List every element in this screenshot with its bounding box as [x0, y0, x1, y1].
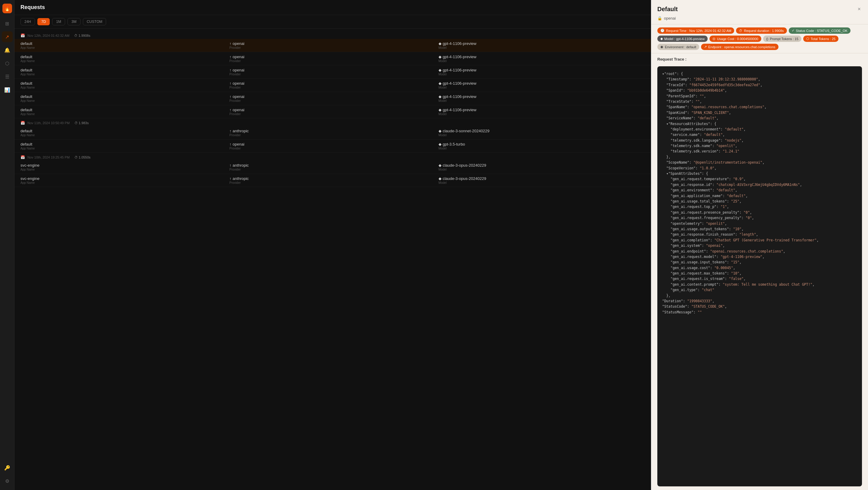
model-icon: ◆ [438, 142, 441, 147]
badge-icon: ⏱ [739, 29, 742, 33]
app-info: default App Name [21, 55, 227, 63]
model-info: ◆claude-3-opus-20240229 Model [438, 163, 645, 171]
sidebar-item-charts[interactable]: 📊 [2, 84, 13, 95]
badge-label: Request duration : 1.9908s [744, 29, 784, 33]
model-info: ◆claude-3-opus-20240229 Model [438, 176, 645, 184]
calendar-icon: 📅 [21, 33, 25, 38]
detail-badge: 🕐Request Time : Nov 12th, 2024 01:42:32 … [657, 27, 734, 34]
app-info: default App Name [21, 142, 227, 150]
detail-badge: ◉Environment : default [657, 44, 699, 50]
detail-header: Default × 🔒 openai [651, 0, 868, 24]
badge-label: Prompt Tokens : 15 [770, 37, 798, 41]
close-button[interactable]: × [856, 5, 862, 13]
page-title: Requests [21, 4, 45, 10]
app-label: App Name [21, 86, 227, 89]
provider-label: Provider [229, 73, 436, 76]
provider-name: ↑anthropic [229, 163, 436, 167]
model-icon: ◆ [438, 55, 441, 59]
sidebar-item-settings[interactable]: ⚙ [2, 476, 13, 486]
filter-7d[interactable]: 7D [37, 18, 50, 25]
request-item[interactable]: default App Name ↑anthropic Provider ◆cl… [14, 126, 651, 140]
request-item[interactable]: default App Name ↑openai Provider ◆gpt-4… [14, 65, 651, 79]
main-content: Requests 24H 7D 1M 3M CUSTOM 📅Nov 12th, … [14, 0, 651, 490]
provider-name: ↑openai [229, 81, 436, 86]
request-item[interactable]: svc-engine App Name ↑anthropic Provider … [14, 174, 651, 187]
calendar-icon: 📅 [21, 155, 25, 159]
app-name: default [21, 81, 227, 86]
app-info: svc-engine App Name [21, 176, 227, 184]
request-item[interactable]: default App Name ↑openai Provider ◆gpt-4… [14, 52, 651, 65]
app-name: default [21, 142, 227, 147]
provider-icon: ↑ [229, 81, 231, 86]
detail-badge: ⬡Total Tokens : 25 [803, 36, 838, 42]
request-item[interactable]: svc-engine App Name ↑anthropic Provider … [14, 161, 651, 174]
detail-badge: ()Prompt Tokens : 15 [763, 36, 801, 42]
model-name: ◆gpt-3.5-turbo [438, 142, 645, 147]
provider-label: Provider [229, 168, 436, 171]
request-item[interactable]: default App Name ↑openai Provider ◆gpt-3… [14, 140, 651, 153]
sidebar-item-home[interactable]: ⊞ [2, 18, 13, 29]
sidebar-item-tags[interactable]: ⬡ [2, 58, 13, 69]
filter-1m[interactable]: 1M [52, 18, 65, 25]
model-info: ◆claude-3-sonnet-20240229 Model [438, 129, 645, 137]
sidebar-item-key[interactable]: 🔑 [2, 462, 13, 473]
model-name: ◆gpt-4-1106-preview [438, 108, 645, 112]
model-name: ◆gpt-4-1106-preview [438, 81, 645, 86]
provider-label: Provider [229, 86, 436, 89]
app-info: svc-engine App Name [21, 163, 227, 171]
page-header: Requests [14, 0, 651, 15]
provider-info: ↑openai Provider [229, 142, 436, 150]
app-name: svc-engine [21, 163, 227, 167]
app-name: default [21, 55, 227, 59]
model-info: ◆gpt-3.5-turbo Model [438, 142, 645, 150]
detail-provider: openai [664, 16, 676, 21]
duration-badge: ⏱ 1.0550s [74, 155, 90, 159]
request-item[interactable]: default App Name ↑openai Provider ◆gpt-4… [14, 92, 651, 105]
trace-label: Request Trace : [657, 57, 862, 61]
model-name: ◆gpt-4-1106-preview [438, 94, 645, 99]
detail-title: Default [657, 6, 678, 13]
filter-custom[interactable]: CUSTOM [83, 18, 106, 25]
request-group-date: 📅Nov 10th, 2024 19:25:45 PM⏱ 1.0550s [14, 153, 651, 161]
badge-icon: ↗ [704, 45, 707, 49]
sidebar-item-alerts[interactable]: 🔔 [2, 44, 13, 56]
provider-icon: ↑ [229, 142, 231, 147]
provider-icon: ↑ [229, 129, 231, 133]
app-info: default App Name [21, 94, 227, 102]
sidebar-item-list[interactable]: ☰ [2, 71, 13, 82]
request-item[interactable]: default App Name ↑openai Provider ◆gpt-4… [14, 105, 651, 118]
provider-info: ↑openai Provider [229, 55, 436, 63]
duration-badge: ⏱ 1.9908s [74, 34, 90, 37]
provider-name: ↑anthropic [229, 176, 436, 181]
badges-row: 🕐Request Time : Nov 12th, 2024 01:42:32 … [651, 24, 868, 53]
provider-name: ↑openai [229, 142, 436, 147]
app-label: App Name [21, 133, 227, 137]
badge-label: Environment : default [665, 45, 696, 49]
trace-code[interactable]: ▾"root": { "Timestamp": "2024-11-11 20:1… [657, 66, 862, 486]
model-icon: ◆ [438, 108, 441, 112]
detail-badge: ↗Endpoint : openai.resources.chat.comple… [701, 44, 778, 50]
model-label: Model [438, 181, 645, 184]
model-icon: ◆ [438, 81, 441, 86]
request-item[interactable]: default App Name ↑openai Provider ◆gpt-4… [14, 79, 651, 92]
model-label: Model [438, 147, 645, 150]
provider-label: Provider [229, 59, 436, 63]
model-name: ◆gpt-4-1106-preview [438, 55, 645, 59]
request-group-date: 📅Nov 11th, 2024 10:50:49 PM⏱ 1.983s [14, 118, 651, 126]
request-item[interactable]: default App Name ↑openai Provider ◆gpt-4… [14, 39, 651, 52]
provider-info: ↑openai Provider [229, 108, 436, 116]
app-label: App Name [21, 73, 227, 76]
app-label: App Name [21, 168, 227, 171]
model-info: ◆gpt-4-1106-preview Model [438, 81, 645, 89]
request-group-date: 📅Nov 12th, 2024 01:42:32 AM⏱ 1.9908s [14, 31, 651, 39]
provider-info: ↑openai Provider [229, 68, 436, 76]
model-icon: ◆ [438, 129, 441, 133]
model-name: ◆claude-3-sonnet-20240229 [438, 129, 645, 133]
provider-icon: ↑ [229, 163, 231, 167]
filter-3m[interactable]: 3M [67, 18, 81, 25]
group-date: Nov 12th, 2024 01:42:32 AM [27, 34, 69, 37]
filter-24h[interactable]: 24H [21, 18, 35, 25]
sidebar-item-requests[interactable]: ↗ [2, 31, 13, 42]
provider-info: ↑anthropic Provider [229, 163, 436, 171]
app-logo[interactable]: 🔥 [2, 4, 12, 13]
